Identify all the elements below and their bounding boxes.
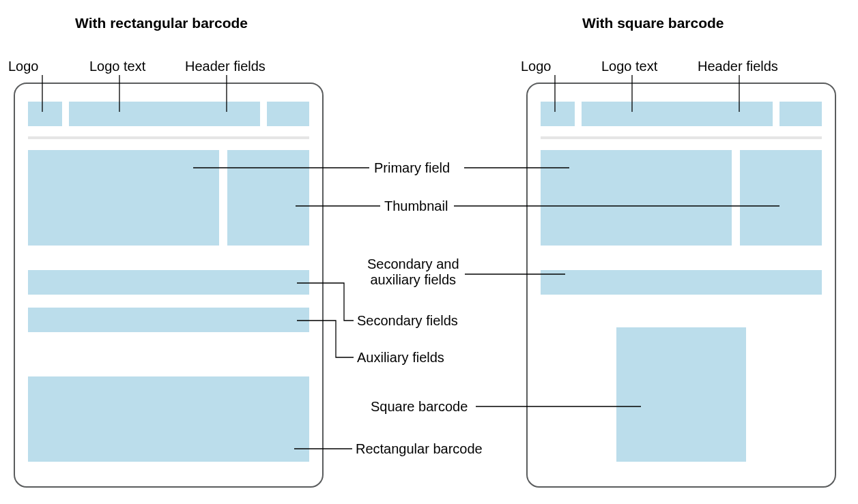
callout-auxiliary-fields: Auxiliary fields xyxy=(357,350,444,366)
label-logotext-right: Logo text xyxy=(601,59,657,74)
callout-secondary-aux: Secondary and auxiliary fields xyxy=(367,256,459,288)
right-logo-block xyxy=(541,102,575,126)
label-logo-left: Logo xyxy=(8,59,39,74)
left-title: With rectangular barcode xyxy=(75,15,248,31)
left-logo-block xyxy=(28,102,62,126)
right-thumbnail-block xyxy=(740,150,822,246)
left-primary-field-block xyxy=(28,150,219,246)
right-primary-field-block xyxy=(541,150,732,246)
right-divider xyxy=(541,136,822,139)
callout-primary-field: Primary field xyxy=(374,160,450,176)
label-logotext-left: Logo text xyxy=(89,59,145,74)
callout-thumbnail: Thumbnail xyxy=(384,198,448,214)
label-headerfields-right: Header fields xyxy=(698,59,778,74)
right-logotext-block xyxy=(582,102,773,126)
left-secondary-fields-block xyxy=(28,270,309,295)
left-divider xyxy=(28,136,309,139)
right-headerfields-block xyxy=(780,102,822,126)
callout-square-barcode: Square barcode xyxy=(371,399,468,415)
diagram-canvas xyxy=(0,0,858,504)
callout-secondary-fields: Secondary fields xyxy=(357,313,458,329)
left-rect-barcode-block xyxy=(28,376,309,462)
left-logotext-block xyxy=(69,102,260,126)
label-logo-right: Logo xyxy=(521,59,552,74)
right-square-barcode-block xyxy=(616,327,746,462)
left-headerfields-block xyxy=(267,102,309,126)
left-auxiliary-fields-block xyxy=(28,308,309,332)
left-thumbnail-block xyxy=(227,150,309,246)
label-headerfields-left: Header fields xyxy=(185,59,266,74)
callout-rect-barcode: Rectangular barcode xyxy=(356,441,483,457)
right-secondary-aux-block xyxy=(541,270,822,295)
right-title: With square barcode xyxy=(582,15,724,31)
